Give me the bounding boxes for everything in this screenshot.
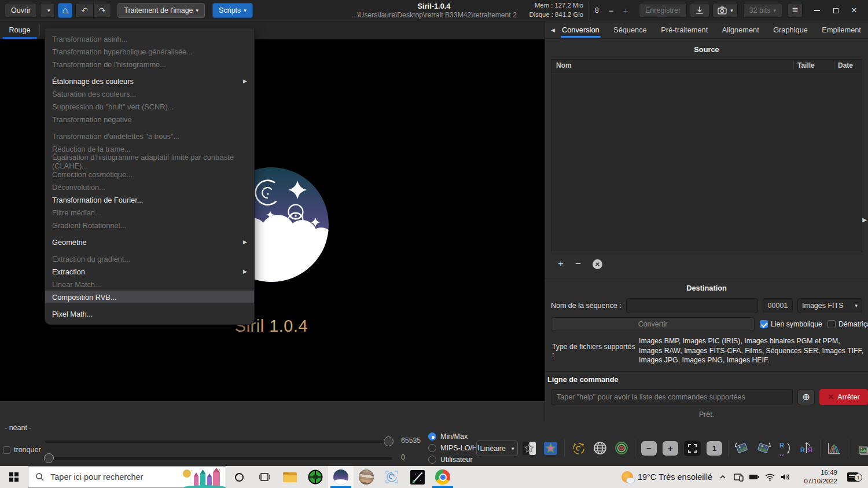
chrome-button[interactable]: [430, 466, 455, 488]
display-mode-select[interactable]: Linéaire ▾: [476, 441, 518, 456]
close-button[interactable]: ×: [845, 3, 863, 18]
source-file-table[interactable]: Nom Taille Date: [551, 59, 862, 252]
truncate-checkbox-row[interactable]: tronquer: [3, 446, 41, 454]
high-cutoff-slider[interactable]: [45, 441, 392, 443]
planetarium-button[interactable]: [354, 466, 379, 488]
command-input[interactable]: [551, 389, 793, 405]
flip-horizontal-button[interactable]: RR: [799, 441, 814, 456]
column-taille[interactable]: Taille: [793, 61, 834, 69]
rotate-left-button[interactable]: [734, 441, 750, 456]
scripts-menu-button[interactable]: Scripts▾: [212, 3, 253, 18]
low-cutoff-slider[interactable]: [45, 457, 392, 460]
menu-item[interactable]: Composition RVB...: [45, 291, 254, 303]
menu-item[interactable]: Pixel Math...: [45, 307, 254, 320]
source-table-body[interactable]: [551, 71, 862, 252]
sequence-name-input[interactable]: [626, 298, 758, 313]
zoom-in-button[interactable]: +: [663, 441, 678, 456]
bit-depth-select[interactable]: 32 bits▾: [743, 3, 782, 18]
minimize-button[interactable]: [808, 3, 826, 18]
star-detection-button[interactable]: [543, 441, 558, 456]
start-button[interactable]: [0, 466, 28, 488]
tab-graphique[interactable]: Graphique: [770, 21, 811, 38]
zoom-in-button[interactable]: +: [620, 6, 631, 16]
radio-dot[interactable]: [428, 432, 436, 441]
tab-s-quence[interactable]: Séquence: [610, 21, 650, 38]
tabs-scroll-left-icon[interactable]: ◀: [547, 27, 558, 33]
wifi-button[interactable]: [764, 472, 775, 482]
image-processing-menu-button[interactable]: Traitement de l'image▾: [117, 3, 205, 18]
start-index-field[interactable]: 00001: [763, 298, 793, 313]
output-format-select[interactable]: Images FITS ▾: [797, 298, 862, 313]
sequence-list-button[interactable]: [854, 441, 868, 456]
siril-taskbar-button[interactable]: [328, 466, 354, 488]
tab-alignement[interactable]: Alignement: [719, 21, 763, 38]
flip-vertical-button[interactable]: RR: [777, 441, 793, 456]
add-files-button[interactable]: +: [558, 258, 564, 270]
background-selection-button[interactable]: [613, 441, 629, 456]
comet-image-button[interactable]: [404, 466, 430, 488]
open-button[interactable]: Ouvrir: [5, 3, 37, 18]
destination-section: Destination Nom de la séquence : 00001 I…: [545, 278, 868, 365]
menu-item[interactable]: Étalonnage des couleurs▶: [45, 75, 254, 87]
radio-min-max[interactable]: Min/Max: [428, 431, 479, 442]
photometry-button[interactable]: [571, 441, 586, 456]
notification-center-button[interactable]: 1: [843, 472, 862, 482]
galaxy-app-button[interactable]: [379, 466, 404, 488]
menu-item[interactable]: Extraction▶: [45, 265, 254, 278]
remove-files-button[interactable]: −: [575, 258, 581, 270]
tab-rouge[interactable]: Rouge: [0, 21, 39, 39]
star-preview-toggle[interactable]: [521, 441, 537, 456]
column-date[interactable]: Date: [834, 61, 862, 69]
clock[interactable]: 16:49 07/10/2022: [796, 468, 837, 486]
battery-button[interactable]: [749, 472, 759, 482]
symlink-checkbox[interactable]: [760, 320, 768, 328]
zoom-one-button[interactable]: 1: [707, 441, 722, 456]
clear-list-button[interactable]: ✕: [593, 259, 602, 269]
tab-empilement[interactable]: Empilement: [818, 21, 865, 38]
menu-item: Extraction du gradient...: [45, 252, 254, 265]
zoom-fit-button[interactable]: [684, 441, 701, 456]
command-list-button[interactable]: ⊕: [797, 389, 815, 405]
high-slider-knob[interactable]: [384, 436, 393, 446]
histogram-button[interactable]: [826, 441, 842, 456]
task-view-button[interactable]: [252, 466, 277, 488]
phd2-button[interactable]: [303, 466, 328, 488]
home-button[interactable]: ⌂: [58, 3, 73, 18]
truncate-checkbox[interactable]: [3, 446, 10, 454]
save-button[interactable]: Enregistrer: [639, 3, 687, 18]
low-slider-knob[interactable]: [44, 453, 54, 463]
weather-widget[interactable]: 19°C Très ensoleillé: [621, 471, 712, 483]
astrometry-button[interactable]: [592, 441, 608, 456]
menu-item[interactable]: Transformation de Fourier...: [45, 193, 254, 206]
cortana-button[interactable]: [226, 466, 252, 488]
volume-button[interactable]: [780, 472, 790, 482]
tab-pr-traitement[interactable]: Pré-traitement: [657, 21, 711, 38]
demosaic-checkbox-row[interactable]: Dématriçage: [827, 320, 868, 328]
rotate-right-button[interactable]: [756, 441, 771, 456]
tab-conversion[interactable]: Conversion: [558, 21, 603, 38]
menu-item[interactable]: Géométrie▶: [45, 236, 254, 248]
convert-button[interactable]: Convertir: [551, 317, 755, 331]
panel-expander-icon[interactable]: ▶: [862, 217, 867, 223]
demosaic-checkbox[interactable]: [827, 320, 836, 328]
undo-button[interactable]: ↶: [76, 3, 93, 17]
maximize-button[interactable]: [826, 3, 845, 18]
tray-expand-button[interactable]: [718, 472, 728, 482]
stop-button[interactable]: ✕ Arrêter: [819, 389, 868, 405]
zoom-out-button[interactable]: −: [605, 6, 617, 16]
symlink-checkbox-row[interactable]: Lien symbolique: [760, 320, 822, 328]
redo-button[interactable]: ↷: [93, 3, 111, 17]
radio-mips-lo-hi[interactable]: MIPS-LO/HI: [428, 442, 479, 454]
hamburger-menu-button[interactable]: ≡: [788, 3, 803, 18]
save-as-button[interactable]: [690, 3, 709, 18]
taskbar-search[interactable]: Taper ici pour rechercher: [28, 466, 226, 488]
radio-dot[interactable]: [428, 444, 436, 452]
file-explorer-button[interactable]: [277, 466, 303, 488]
column-nom[interactable]: Nom: [551, 61, 793, 69]
snapshot-button[interactable]: ▾: [712, 3, 738, 18]
your-phone-button[interactable]: [733, 472, 744, 482]
radio-dot[interactable]: [428, 456, 436, 464]
zoom-out-button[interactable]: −: [641, 441, 657, 456]
open-dropdown-button[interactable]: ▾: [40, 3, 55, 18]
radio-utilisateur[interactable]: Utilisateur: [428, 454, 479, 465]
